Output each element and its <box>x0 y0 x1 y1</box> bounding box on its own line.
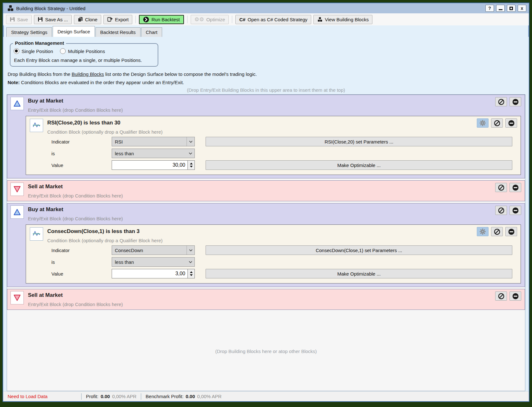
export-button[interactable]: Export <box>103 15 132 24</box>
drop-instructions: Drop Building Blocks from the Building B… <box>8 71 525 77</box>
block-subtitle: Entry/Exit Block (drop Condition Blocks … <box>28 216 123 221</box>
spin-down-icon[interactable] <box>190 165 193 168</box>
buy-triangle-icon <box>13 99 21 108</box>
radio-selected-icon[interactable] <box>14 48 19 54</box>
clone-button[interactable]: Clone <box>74 15 101 24</box>
chevron-down-icon[interactable] <box>187 149 194 158</box>
radio-unselected-icon[interactable] <box>60 48 66 54</box>
condition-block-rsi[interactable]: RSI(Close,20) is less than 30 Condition … <box>26 116 521 175</box>
value-input[interactable] <box>112 160 188 170</box>
toolbar: Save Save As ... Clone Export Run Backte… <box>3 13 529 25</box>
remove-block-button[interactable] <box>509 291 521 301</box>
clone-icon <box>78 17 83 22</box>
indicator-select[interactable]: ConsecDown <box>112 245 195 255</box>
condition-title: RSI(Close,20) is less than 30 <box>47 120 163 126</box>
profit-apr: 0,00% APR <box>112 394 136 399</box>
disable-icon <box>498 207 505 214</box>
spin-buttons[interactable] <box>187 269 195 278</box>
profit-value: 0.00 <box>101 394 110 399</box>
run-backtest-button[interactable]: Run Backtest <box>139 15 184 24</box>
remove-block-button[interactable] <box>509 183 521 192</box>
condition-block-consecdown[interactable]: ConsecDown(Close,1) is less than 3 Condi… <box>26 224 521 284</box>
spin-up-icon[interactable] <box>190 271 193 273</box>
disable-block-button[interactable] <box>495 97 507 106</box>
set-parameters-button[interactable]: RSI(Close,20) set Parameters ... <box>206 137 512 146</box>
exit-block-sell-1[interactable]: Sell at Market Entry/Exit Block (drop Co… <box>7 180 525 201</box>
single-position-radio[interactable]: Single Position <box>14 48 53 54</box>
maximize-button[interactable] <box>507 5 516 12</box>
drop-instructions-post: list onto the Design Surface below to co… <box>104 71 257 77</box>
benchmark-profit-apr: 0,00% APR <box>197 394 222 399</box>
single-position-label: Single Position <box>22 49 53 54</box>
tab-backtest-results[interactable]: Backtest Results <box>95 27 141 37</box>
disable-icon <box>494 228 501 235</box>
remove-icon <box>512 207 519 214</box>
remove-block-button[interactable] <box>505 118 517 128</box>
chevron-down-icon[interactable] <box>187 137 194 146</box>
buy-icon-box <box>10 97 24 110</box>
open-csharp-label: Open as C# Coded Strategy <box>248 17 307 22</box>
view-building-blocks-button[interactable]: View Building Blocks <box>313 15 372 24</box>
exit-block-sell-2[interactable]: Sell at Market Entry/Exit Block (drop Co… <box>7 289 525 310</box>
settings-button[interactable] <box>477 227 489 236</box>
indicator-select[interactable]: RSI <box>112 137 195 146</box>
make-optimizable-button[interactable]: Make Optimizable ... <box>206 160 512 170</box>
chevron-down-icon[interactable] <box>187 246 194 255</box>
disable-block-button[interactable] <box>495 206 507 215</box>
save-as-icon <box>38 17 43 22</box>
titlebar: Building Block Strategy - Untitled ? x <box>3 3 529 13</box>
block-title: Sell at Market <box>28 292 123 298</box>
spin-buttons[interactable] <box>187 160 195 170</box>
remove-block-button[interactable] <box>509 97 521 106</box>
save-button[interactable]: Save <box>6 15 32 24</box>
spin-down-icon[interactable] <box>190 274 193 276</box>
spin-up-icon[interactable] <box>190 163 193 165</box>
design-surface[interactable]: Buy at Market Entry/Exit Block (drop Con… <box>7 94 525 391</box>
building-blocks-link[interactable]: Building Blocks <box>72 71 104 77</box>
disable-block-button[interactable] <box>491 118 503 128</box>
remove-icon <box>508 228 515 235</box>
minimize-button[interactable] <box>496 5 505 12</box>
top-drop-hint: (Drop Entry/Exit Building Blocks in this… <box>7 87 525 93</box>
entry-block-buy-1[interactable]: Buy at Market Entry/Exit Block (drop Con… <box>7 95 525 178</box>
indicator-select-value: RSI <box>115 139 187 144</box>
open-csharp-button[interactable]: C# Open as C# Coded Strategy <box>235 15 311 24</box>
remove-block-button[interactable] <box>509 206 521 215</box>
disable-block-button[interactable] <box>495 291 507 301</box>
optimize-button[interactable]: ⚙⚙ Optimize <box>191 15 229 24</box>
toolbar-separator <box>187 16 187 23</box>
save-icon <box>10 17 15 22</box>
gear-icon <box>479 228 486 235</box>
operator-select[interactable]: less than <box>112 257 195 267</box>
tab-strategy-settings[interactable]: Strategy Settings <box>6 27 52 37</box>
building-blocks-app-icon <box>7 5 14 12</box>
settings-button[interactable] <box>477 118 489 128</box>
make-optimizable-button[interactable]: Make Optimizable ... <box>206 269 512 278</box>
value-input[interactable] <box>112 269 188 278</box>
save-as-button[interactable]: Save As ... <box>34 15 72 24</box>
entry-block-buy-2[interactable]: Buy at Market Entry/Exit Block (drop Con… <box>7 203 525 287</box>
chevron-down-icon[interactable] <box>187 257 194 266</box>
disable-icon <box>498 293 505 300</box>
bottom-drop-zone[interactable]: (Drop Building Blocks here or atop other… <box>7 312 525 391</box>
drop-instructions-pre: Drop Building Blocks from the <box>8 71 72 77</box>
help-button[interactable]: ? <box>485 5 494 12</box>
remove-icon <box>512 293 519 300</box>
set-parameters-button[interactable]: ConsecDown(Close,1) set Parameters ... <box>206 245 512 255</box>
remove-block-button[interactable] <box>505 227 517 236</box>
design-surface-page: Position Management Single Position Mult… <box>3 37 529 391</box>
condition-subtitle: Condition Block (optionally drop a Quali… <box>47 129 163 135</box>
tab-design-surface[interactable]: Design Surface <box>53 26 95 37</box>
disable-block-button[interactable] <box>495 183 507 192</box>
multiple-positions-radio[interactable]: Multiple Positions <box>60 48 105 54</box>
operator-select-value: less than <box>115 259 187 265</box>
tab-chart[interactable]: Chart <box>141 27 162 37</box>
disable-block-button[interactable] <box>491 227 503 236</box>
gears-icon: ⚙⚙ <box>194 17 204 22</box>
block-subtitle: Entry/Exit Block (drop Condition Blocks … <box>28 302 123 307</box>
block-subtitle: Entry/Exit Block (drop Condition Blocks … <box>28 107 123 113</box>
close-button[interactable]: x <box>518 5 526 12</box>
block-title: Buy at Market <box>28 206 123 213</box>
note-line: Note:Conditions Blocks are evaluated in … <box>8 80 525 85</box>
operator-select[interactable]: less than <box>112 149 195 158</box>
